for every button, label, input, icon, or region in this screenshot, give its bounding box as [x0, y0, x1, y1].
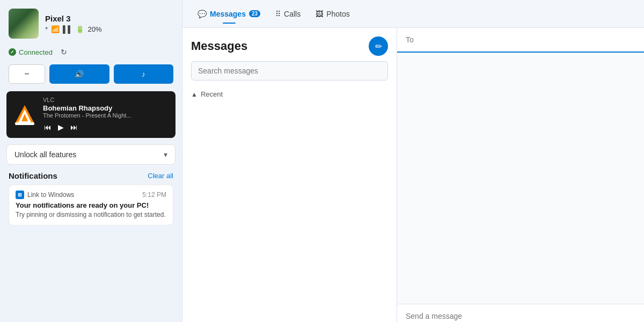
prev-track-button[interactable]: ⏮ [43, 122, 53, 133]
now-playing-artist: The Protomen - Present A Night... [43, 112, 170, 119]
messages-header: Messages ✏ [182, 28, 397, 61]
connected-dot-icon [9, 48, 16, 56]
svg-rect-3 [15, 122, 34, 125]
to-field-wrap [397, 28, 644, 53]
media-controls: ⏮ ▶ ⏭ [43, 122, 170, 133]
next-track-button[interactable]: ⏭ [69, 122, 79, 133]
play-pause-button[interactable]: ▶ [57, 122, 65, 133]
notification-card-header: ⊞ Link to Windows 5:12 PM [16, 191, 166, 199]
refresh-button[interactable]: ↻ [57, 45, 71, 59]
battery-icon: 🔋 [76, 25, 84, 33]
send-message-wrap [397, 304, 644, 322]
message-area [397, 53, 644, 304]
bluetooth-icon: * [45, 25, 48, 33]
middle-panel: Messages ✏ ▲ Recent [182, 28, 397, 322]
notification-body: Try pinning or dismissing a notification… [16, 210, 166, 219]
notification-app-name: Link to Windows [27, 191, 74, 199]
notifications-header: Notifications Clear all [9, 171, 173, 180]
tab-photos[interactable]: 🖼 Photos [309, 5, 356, 23]
now-playing-card: VLC Bohemian Rhapsody The Protomen - Pre… [6, 91, 175, 138]
unlock-label: Unlock all features [14, 150, 76, 159]
send-message-input[interactable] [406, 310, 635, 322]
messages-title: Messages [191, 39, 247, 53]
notifications-title: Notifications [9, 171, 57, 180]
chevron-down-icon: ▾ [164, 150, 167, 159]
music-icon: ♪ [142, 70, 145, 78]
vlc-icon [12, 102, 38, 128]
messages-badge: 23 [249, 10, 260, 17]
battery-level: 20% [87, 25, 101, 33]
recent-label: Recent [201, 90, 223, 98]
now-playing-title: Bohemian Rhapsody [43, 104, 170, 112]
clear-all-button[interactable]: Clear all [148, 172, 173, 180]
notifications-section: Notifications Clear all ⊞ Link to Window… [0, 171, 182, 322]
music-button[interactable]: ♪ [114, 64, 174, 84]
tab-calls[interactable]: ⠿ Calls [269, 5, 307, 23]
compose-button[interactable]: ✏ [369, 36, 388, 56]
recent-chevron-icon: ▲ [191, 91, 197, 98]
right-panel: ☺ GIF 🖼 [397, 28, 644, 322]
calls-icon: ⠿ [275, 10, 281, 18]
messages-icon: 💬 [197, 10, 207, 18]
now-playing-app: VLC [43, 97, 170, 103]
search-wrap [182, 61, 397, 87]
right-panel-inner: ☺ GIF 🖼 [397, 28, 644, 322]
notification-time: 5:12 PM [142, 191, 166, 199]
top-nav: 💬 Messages 23 ⠿ Calls 🖼 Photos [182, 0, 644, 28]
device-avatar [9, 9, 39, 39]
left-panel: Pixel 3 * 📶 ▌▌ 🔋 20% Connected ↻ − 🔊 ♪ [0, 0, 182, 322]
device-icons: * 📶 ▌▌ 🔋 20% [45, 25, 102, 33]
wifi-icon: 📶 [51, 25, 60, 33]
tab-messages[interactable]: 💬 Messages 23 [191, 5, 267, 23]
device-info: Pixel 3 * 📶 ▌▌ 🔋 20% [45, 14, 102, 33]
notification-title: Your notifications are ready on your PC! [16, 201, 166, 209]
notification-item: ⊞ Link to Windows 5:12 PM Your notificat… [9, 185, 173, 225]
photos-icon: 🖼 [316, 10, 323, 18]
unlock-features-row[interactable]: Unlock all features ▾ [6, 144, 175, 165]
recent-header: ▲ Recent [191, 90, 388, 98]
connected-badge: Connected [9, 48, 53, 56]
now-playing-info: VLC Bohemian Rhapsody The Protomen - Pre… [43, 97, 170, 133]
to-input[interactable] [406, 33, 635, 46]
device-name: Pixel 3 [45, 14, 102, 23]
signal-icon: ▌▌ [63, 25, 72, 33]
compose-icon: ✏ [375, 41, 382, 52]
recent-section: ▲ Recent [182, 87, 397, 101]
connected-label: Connected [19, 48, 53, 56]
minus-button[interactable]: − [9, 64, 45, 84]
notification-app: ⊞ Link to Windows [16, 191, 74, 199]
tab-messages-label: Messages [210, 10, 246, 18]
action-buttons: − 🔊 ♪ [0, 64, 182, 91]
volume-icon: 🔊 [75, 70, 84, 78]
link-to-windows-icon: ⊞ [16, 191, 24, 199]
search-input[interactable] [191, 61, 388, 80]
volume-button[interactable]: 🔊 [49, 64, 109, 84]
connected-row: Connected ↻ [0, 43, 182, 64]
tab-calls-label: Calls [284, 10, 301, 18]
device-header: Pixel 3 * 📶 ▌▌ 🔋 20% [0, 0, 182, 43]
tab-photos-label: Photos [326, 10, 350, 18]
